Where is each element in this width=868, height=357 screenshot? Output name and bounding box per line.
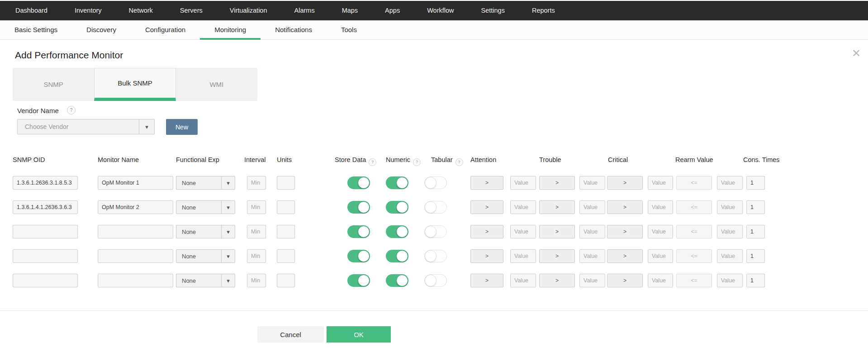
monitor-name-input[interactable] xyxy=(98,225,173,238)
interval-input[interactable] xyxy=(247,249,266,263)
store-data-toggle[interactable] xyxy=(347,225,370,238)
subnav-item-monitoring[interactable]: Monitoring xyxy=(200,20,261,39)
attention-operator-button[interactable]: > xyxy=(470,176,503,190)
topnav-item-inventory[interactable]: Inventory xyxy=(61,1,115,20)
rearm-value-input[interactable] xyxy=(717,200,743,214)
functional-exp-select[interactable]: None▾ xyxy=(176,176,235,190)
attention-value-input[interactable] xyxy=(510,249,536,263)
monitor-name-input[interactable] xyxy=(98,249,173,263)
rearm-value-input[interactable] xyxy=(717,225,743,238)
units-input[interactable] xyxy=(277,176,295,190)
rearm-value-input[interactable] xyxy=(717,274,743,287)
subnav-item-tools[interactable]: Tools xyxy=(327,20,371,39)
tabular-toggle[interactable] xyxy=(424,225,447,238)
snmp-oid-input[interactable] xyxy=(13,200,78,214)
tabular-toggle[interactable] xyxy=(424,201,447,214)
attention-operator-button[interactable]: > xyxy=(470,225,503,238)
interval-input[interactable] xyxy=(247,200,266,214)
numeric-toggle[interactable] xyxy=(386,250,408,262)
functional-exp-select[interactable]: None▾ xyxy=(176,200,235,214)
units-input[interactable] xyxy=(277,249,295,263)
numeric-toggle[interactable] xyxy=(386,176,408,189)
functional-exp-arrow-button[interactable]: ▾ xyxy=(221,274,235,287)
snmp-oid-input[interactable] xyxy=(13,249,78,263)
monitor-name-input[interactable] xyxy=(98,176,173,190)
interval-input[interactable] xyxy=(247,274,266,287)
attention-operator-button[interactable]: > xyxy=(470,274,503,287)
rearm-value-input[interactable] xyxy=(717,176,743,190)
topnav-item-maps[interactable]: Maps xyxy=(328,1,371,20)
store-data-toggle[interactable] xyxy=(347,176,370,189)
ok-button[interactable]: OK xyxy=(327,326,391,343)
units-input[interactable] xyxy=(277,200,295,214)
snmp-oid-input[interactable] xyxy=(13,274,78,287)
topnav-item-settings[interactable]: Settings xyxy=(468,1,518,20)
functional-exp-select[interactable]: None▾ xyxy=(176,274,235,287)
subnav-item-basic-settings[interactable]: Basic Settings xyxy=(0,20,72,39)
topnav-item-network[interactable]: Network xyxy=(115,1,166,20)
monitor-name-input[interactable] xyxy=(98,274,173,287)
rearm-operator-button[interactable]: <= xyxy=(676,176,712,190)
topnav-item-workflow[interactable]: Workflow xyxy=(413,1,467,20)
attention-value-input[interactable] xyxy=(510,176,536,190)
trouble-operator-button[interactable]: > xyxy=(539,225,575,238)
attention-operator-button[interactable]: > xyxy=(470,249,503,263)
snmp-oid-input[interactable] xyxy=(13,176,78,190)
attention-value-input[interactable] xyxy=(510,274,536,287)
critical-value-input[interactable] xyxy=(648,200,673,214)
attention-value-input[interactable] xyxy=(510,200,536,214)
subnav-item-discovery[interactable]: Discovery xyxy=(72,20,131,39)
interval-input[interactable] xyxy=(247,225,266,238)
cons-times-input[interactable] xyxy=(746,249,765,263)
trouble-value-input[interactable] xyxy=(579,176,605,190)
critical-operator-button[interactable]: > xyxy=(607,225,643,238)
trouble-operator-button[interactable]: > xyxy=(539,200,575,214)
critical-operator-button[interactable]: > xyxy=(607,176,643,190)
rearm-operator-button[interactable]: <= xyxy=(676,200,712,214)
header-tabular-help-icon[interactable]: ? xyxy=(455,158,463,166)
cons-times-input[interactable] xyxy=(746,176,765,190)
cancel-button[interactable]: Cancel xyxy=(257,326,324,343)
topnav-item-alarms[interactable]: Alarms xyxy=(281,1,328,20)
subnav-item-configuration[interactable]: Configuration xyxy=(131,20,200,39)
critical-value-input[interactable] xyxy=(648,225,673,238)
critical-value-input[interactable] xyxy=(648,274,673,287)
topnav-item-virtualization[interactable]: Virtualization xyxy=(216,1,281,20)
trouble-operator-button[interactable]: > xyxy=(539,274,575,287)
units-input[interactable] xyxy=(277,225,295,238)
tabular-toggle[interactable] xyxy=(424,176,447,189)
tabular-toggle[interactable] xyxy=(424,274,447,287)
critical-operator-button[interactable]: > xyxy=(607,200,643,214)
store-data-toggle[interactable] xyxy=(347,274,370,287)
trouble-operator-button[interactable]: > xyxy=(539,249,575,263)
topnav-item-servers[interactable]: Servers xyxy=(166,1,216,20)
store-data-toggle[interactable] xyxy=(347,250,370,262)
topnav-item-reports[interactable]: Reports xyxy=(518,1,569,20)
monitor-name-input[interactable] xyxy=(98,200,173,214)
rearm-value-input[interactable] xyxy=(717,249,743,263)
critical-operator-button[interactable]: > xyxy=(607,274,643,287)
rearm-operator-button[interactable]: <= xyxy=(676,274,712,287)
functional-exp-select[interactable]: None▾ xyxy=(176,225,235,238)
cons-times-input[interactable] xyxy=(746,225,765,238)
critical-value-input[interactable] xyxy=(648,249,673,263)
numeric-toggle[interactable] xyxy=(386,274,408,287)
tabular-toggle[interactable] xyxy=(424,250,447,262)
functional-exp-arrow-button[interactable]: ▾ xyxy=(221,201,235,214)
subnav-item-notifications[interactable]: Notifications xyxy=(261,20,327,39)
units-input[interactable] xyxy=(277,274,295,287)
functional-exp-arrow-button[interactable]: ▾ xyxy=(221,225,235,238)
functional-exp-arrow-button[interactable]: ▾ xyxy=(221,176,235,189)
snmp-oid-input[interactable] xyxy=(13,225,78,238)
cons-times-input[interactable] xyxy=(746,274,765,287)
numeric-toggle[interactable] xyxy=(386,201,408,214)
critical-value-input[interactable] xyxy=(648,176,673,190)
attention-operator-button[interactable]: > xyxy=(470,200,503,214)
store-data-toggle[interactable] xyxy=(347,201,370,214)
trouble-operator-button[interactable]: > xyxy=(539,176,575,190)
header-numeric-help-icon[interactable]: ? xyxy=(413,158,421,166)
cons-times-input[interactable] xyxy=(746,200,765,214)
trouble-value-input[interactable] xyxy=(579,225,605,238)
rearm-operator-button[interactable]: <= xyxy=(676,249,712,263)
interval-input[interactable] xyxy=(247,176,266,190)
